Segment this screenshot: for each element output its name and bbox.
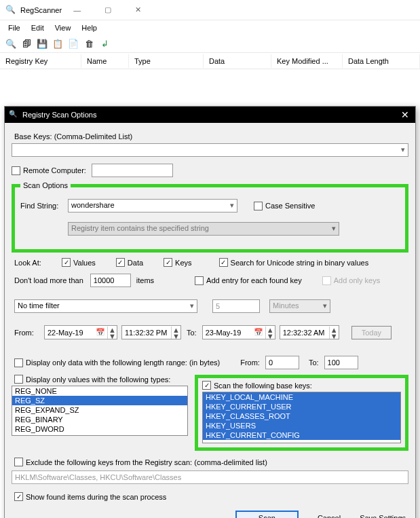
app-icon: 🔍 [5,5,16,16]
scan-button[interactable]: Scan [235,511,299,518]
remote-input[interactable] [92,164,173,177]
menu-view[interactable]: View [51,22,75,33]
len-to-input[interactable] [324,356,358,369]
remote-label: Remote Computer: [23,166,86,174]
list-item[interactable]: REG_SZ [12,396,187,405]
titlebar: 🔍 RegScanner — ▢ ✕ [0,0,420,20]
scan-keys-list[interactable]: HKEY_LOCAL_MACHINE HKEY_CURRENT_USER HKE… [202,392,401,443]
today-button[interactable]: Today [351,326,392,339]
menu-file[interactable]: File [4,22,24,33]
length-range-checkbox[interactable] [14,358,23,367]
case-sensitive-checkbox[interactable] [254,202,263,210]
list-item[interactable]: HKEY_CLASSES_ROOT [203,411,400,421]
col-type[interactable]: Type [129,54,204,68]
remote-checkbox[interactable] [12,166,20,175]
list-item[interactable]: HKEY_USERS [203,421,400,430]
time-value-input[interactable] [212,299,260,313]
to-time-picker[interactable]: ▲▼ [280,325,339,339]
len-from-label: From: [240,358,260,367]
len-to-label: To: [309,358,319,367]
scan-options-fieldset: Scan Options Find String: wondershare Ca… [12,181,408,253]
list-item[interactable]: REG_BINARY [12,415,187,424]
value-types-list[interactable]: REG_NONE REG_SZ REG_EXPAND_SZ REG_BINARY… [12,386,188,436]
time-filter-combo[interactable]: No time filter [14,299,197,313]
scan-keys-checkbox[interactable] [202,381,211,390]
exclude-input[interactable] [12,470,408,484]
unicode-checkbox[interactable] [219,258,228,267]
maximize-button[interactable]: ▢ [92,0,123,20]
show-found-checkbox[interactable] [14,492,23,501]
col-data-length[interactable]: Data Length [343,54,420,68]
items-label: items [136,276,154,284]
base-keys-label: Base Keys: (Comma-Delimited List) [14,132,408,141]
menubar: File Edit View Help [0,20,420,35]
col-registry-key[interactable]: Registry Key [0,54,81,68]
list-item[interactable]: REG_DWORD [12,424,187,434]
base-keys-combo[interactable] [12,143,408,157]
from-time-picker[interactable]: ▲▼ [121,325,181,339]
time-unit-value: Minutes [273,301,299,310]
dialog-buttons: Scan Cancel Save Settings [12,511,408,518]
dont-load-input[interactable] [90,274,131,287]
col-key-modified[interactable]: Key Modified ... [271,54,343,68]
col-data[interactable]: Data [204,54,271,68]
list-item[interactable]: HKEY_LOCAL_MACHINE [203,392,400,402]
add-only-checkbox [322,276,331,285]
from-date-picker[interactable]: 📅▲▼ [44,325,117,339]
cancel-button[interactable]: Cancel [318,514,341,518]
dialog-close-button[interactable]: ✕ [395,109,415,120]
values-checkbox[interactable] [62,258,71,267]
save-icon[interactable]: 💾 [35,37,49,51]
match-mode-value: Registry item contains the specified str… [71,224,209,232]
menu-edit[interactable]: Edit [27,22,48,33]
len-from-input[interactable] [265,356,299,369]
list-item[interactable]: HKEY_CURRENT_CONFIG [203,430,400,440]
case-sensitive-label: Case Sensitive [265,202,315,210]
time-filter-value: No time filter [18,301,60,310]
scan-keys-label: Scan the following base keys: [214,382,312,390]
value-types-label: Display only values with the following t… [26,375,170,384]
data-checkbox[interactable] [116,258,125,267]
data-label: Data [128,259,143,267]
add-entry-checkbox[interactable] [195,276,204,285]
unicode-label: Search for Unicode string in binary valu… [231,259,369,267]
look-at-label: Look At: [14,259,62,267]
find-string-label: Find String: [20,202,68,210]
minimize-button[interactable]: — [62,0,92,20]
toolbar: 🔍 🗐 💾 📋 📄 🗑 ↲ [0,35,420,53]
exclude-label: Exclude the following keys from the Regi… [26,458,267,466]
dialog-titlebar: 🔍 Registry Scan Options ✕ [5,107,415,123]
value-types-checkbox[interactable] [14,375,23,384]
save-settings-button[interactable]: Save Settings [360,514,406,518]
find-string-combo[interactable]: wondershare [68,199,237,212]
col-name[interactable]: Name [81,54,129,68]
to-date-picker[interactable]: 📅▲▼ [202,325,275,339]
exclude-checkbox[interactable] [14,458,23,466]
jump-icon[interactable]: ↲ [98,37,111,51]
list-item[interactable]: HKEY_CURRENT_USER [203,402,400,411]
copy-icon[interactable]: 📋 [51,37,64,51]
list-item[interactable]: REG_EXPAND_SZ [12,405,187,415]
add-only-label: Add only keys [334,276,380,284]
scan-icon[interactable]: 🔍 [4,37,18,51]
list-item[interactable]: REG_NONE [12,386,187,396]
keys-checkbox[interactable] [164,258,172,267]
dont-load-label: Don't load more than [14,276,83,284]
lists-row: Display only values with the following t… [12,375,408,451]
list-item[interactable]: REG_DWORD_BIG_ENDIAN [12,434,187,436]
close-button[interactable]: ✕ [123,0,153,20]
dialog-icon: 🔍 [9,110,18,119]
scan-options-legend: Scan Options [20,181,71,189]
main-window: 🔍 RegScanner — ▢ ✕ File Edit View Help 🔍… [0,0,420,69]
dialog-title: Registry Scan Options [22,111,96,119]
menu-help[interactable]: Help [77,22,101,33]
time-unit-combo[interactable]: Minutes [269,299,330,313]
properties-icon[interactable]: 📄 [66,37,80,51]
stop-icon[interactable]: 🗐 [20,37,33,51]
keys-label: Keys [175,259,191,267]
match-mode-combo[interactable]: Registry item contains the specified str… [68,222,339,236]
find-string-value: wondershare [71,201,115,209]
length-range-label: Display only data with the following len… [26,358,220,367]
window-controls: — ▢ ✕ [62,0,153,20]
refresh-icon[interactable]: 🗑 [82,37,96,51]
